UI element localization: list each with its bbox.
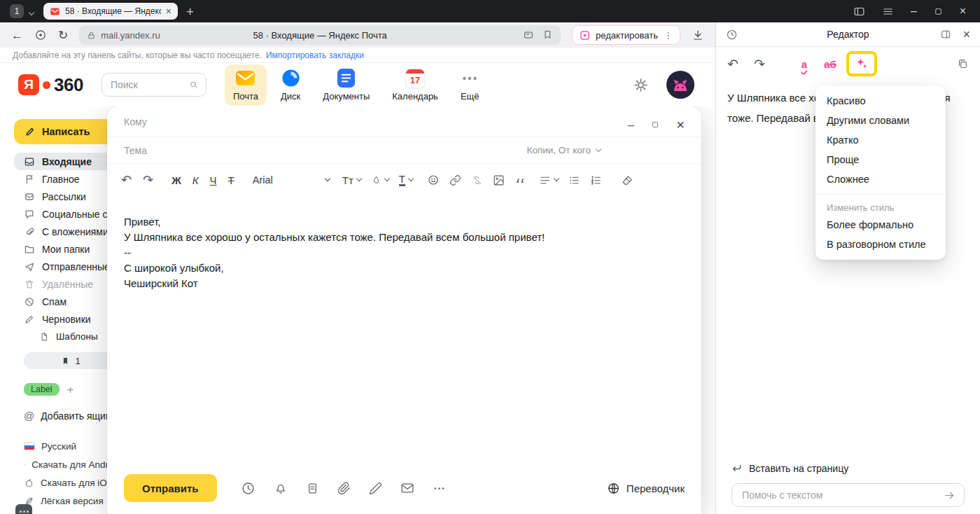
clear-format-icon[interactable] [622, 174, 634, 186]
schedule-clock-icon[interactable] [241, 481, 255, 496]
menu-item-shorter[interactable]: Кратко [816, 130, 946, 150]
link-icon[interactable] [449, 174, 461, 186]
url-bar[interactable]: mail.yandex.ru 58 · Входящие — Яндекс По… [79, 25, 561, 45]
font-size-select[interactable]: Тт [342, 174, 361, 186]
compose-close-icon[interactable]: × [676, 118, 685, 132]
compose-expand-icon[interactable] [651, 120, 659, 129]
service-mail[interactable]: Почта [225, 64, 267, 106]
signature-pen-icon[interactable] [369, 482, 382, 495]
cc-from-toggle[interactable]: Копии, От кого [527, 145, 601, 155]
translator-button[interactable]: Переводчик [607, 482, 685, 495]
redo-icon[interactable]: ↷ [143, 172, 153, 188]
window-close-icon[interactable]: × [960, 6, 966, 17]
yandex-360-logo[interactable]: Я 360 [18, 74, 83, 96]
history-clock-icon[interactable] [726, 29, 738, 41]
folder-templates[interactable]: Шаблоны [14, 328, 121, 345]
editor-redo-icon[interactable]: ↷ [754, 56, 765, 72]
folder-main[interactable]: Главное [14, 170, 121, 188]
download-ios-link[interactable]: Скачать для iOS [14, 473, 121, 492]
tab-group-badge[interactable]: 1 [10, 4, 24, 18]
font-family-select[interactable]: Arial [253, 174, 330, 186]
tab-group-chevron-icon[interactable] [29, 5, 34, 18]
folder-trash[interactable]: Удалённые [14, 275, 121, 293]
back-icon[interactable]: ← [11, 29, 23, 41]
service-disk[interactable]: Диск [272, 64, 309, 106]
search-icon[interactable] [189, 79, 198, 90]
quote-icon[interactable] [514, 174, 526, 186]
download-android-link[interactable]: Скачать для Android [14, 455, 121, 473]
menu-item-conversational[interactable]: В разговорном стиле [816, 235, 946, 254]
folder-drafts[interactable]: Черновики [14, 310, 121, 328]
highlight-color-select[interactable] [371, 175, 389, 186]
compose-button[interactable]: Написать [14, 119, 121, 144]
ai-prompt-input[interactable] [741, 489, 938, 501]
copy-icon[interactable] [957, 58, 969, 70]
service-docs[interactable]: Документы [314, 64, 378, 106]
send-button[interactable]: Отправить [124, 474, 217, 502]
folder-my-folders[interactable]: Мои папки [14, 240, 121, 258]
style-check-icon[interactable]: аб [824, 58, 836, 70]
grammar-check-icon[interactable]: а [802, 58, 807, 70]
menu-item-beautiful[interactable]: Красиво [816, 91, 946, 111]
folder-newsletters[interactable]: Рассылки [14, 188, 121, 205]
refresh-icon[interactable]: ↻ [58, 29, 68, 41]
menu-item-other-words[interactable]: Другими словами [816, 111, 946, 130]
text-color-select[interactable]: Т [399, 174, 413, 186]
edit-pill-kebab-icon[interactable]: ⋮ [664, 30, 673, 41]
new-tab-button[interactable]: + [186, 5, 194, 18]
compose-subject-field[interactable]: Тема Копии, От кого [107, 137, 701, 164]
align-select[interactable] [539, 174, 559, 186]
folder-spam[interactable]: Спам [14, 293, 121, 310]
folder-attachments[interactable]: С вложениями [14, 223, 121, 240]
ai-prompt-box[interactable] [732, 483, 965, 507]
downloads-icon[interactable] [692, 29, 704, 41]
import-bookmarks-link[interactable]: Импортировать закладки [266, 50, 364, 60]
window-minimize-icon[interactable]: – [911, 6, 917, 17]
window-maximize-icon[interactable] [934, 7, 943, 16]
tab-close-icon[interactable]: × [166, 6, 172, 16]
page-card-icon[interactable] [523, 29, 534, 41]
image-icon[interactable] [493, 174, 505, 186]
add-label-icon[interactable]: + [67, 384, 74, 396]
compose-to-field[interactable]: Кому [107, 106, 701, 137]
strikethrough-button[interactable]: Т [228, 174, 234, 186]
envelope-icon[interactable] [400, 481, 414, 495]
search-input[interactable] [109, 78, 186, 91]
insert-to-page-button[interactable]: Вставить на страницу [732, 463, 965, 474]
active-tab[interactable]: 58 · Входящие — Яндекс Почта × [43, 3, 178, 20]
menu-item-formal[interactable]: Более формально [816, 215, 946, 235]
bookmark-icon[interactable] [542, 29, 553, 40]
attach-paperclip-icon[interactable] [337, 482, 351, 495]
folder-inbox[interactable]: Входящие [14, 153, 121, 170]
label-chip[interactable]: Label [24, 383, 59, 396]
note-icon[interactable] [306, 482, 319, 495]
saved-flag-filter[interactable]: 1 [24, 352, 118, 369]
edit-mode-button[interactable]: редактировать ⋮ [572, 25, 680, 45]
user-avatar[interactable] [666, 71, 694, 99]
menu-item-simpler[interactable]: Проще [816, 150, 946, 169]
italic-button[interactable]: К [192, 174, 199, 186]
service-more[interactable]: Ещё [452, 64, 488, 106]
settings-gear-icon[interactable] [634, 78, 648, 92]
unlink-icon[interactable] [471, 174, 483, 186]
search-box[interactable] [102, 73, 206, 97]
open-in-window-icon[interactable] [940, 29, 951, 40]
submit-arrow-icon[interactable] [944, 489, 955, 501]
protect-icon[interactable] [34, 29, 47, 41]
undo-icon[interactable]: ↶ [121, 172, 132, 188]
more-options-icon[interactable] [433, 482, 446, 495]
sidebar-panel-icon[interactable] [853, 6, 865, 18]
browser-menu-icon[interactable] [882, 6, 894, 18]
notify-bell-icon[interactable] [274, 481, 288, 495]
menu-item-complex[interactable]: Сложнее [816, 169, 946, 189]
page-corner-icon[interactable] [15, 504, 32, 514]
bold-button[interactable]: Ж [172, 174, 181, 186]
editor-undo-icon[interactable]: ↶ [727, 56, 738, 72]
magic-sparkles-icon[interactable] [855, 57, 869, 71]
language-link[interactable]: Русский [14, 437, 121, 455]
emoji-icon[interactable] [427, 174, 440, 186]
folder-sent[interactable]: Отправленные [14, 258, 121, 275]
compose-minimize-icon[interactable]: – [628, 119, 634, 131]
editor-close-icon[interactable]: × [962, 28, 970, 41]
service-calendar[interactable]: 17 Календарь [384, 64, 447, 106]
